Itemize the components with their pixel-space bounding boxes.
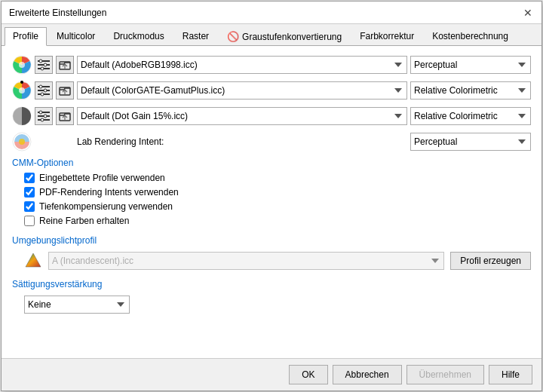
open-icon3 <box>58 109 72 123</box>
checkbox-tiefenkompensierung-input[interactable] <box>24 201 35 212</box>
svg-point-12 <box>20 81 23 84</box>
cmyk-icon <box>12 81 32 100</box>
saturation-section-title: Sättigungsverstärkung <box>12 279 531 289</box>
tab-multicolor[interactable]: Multicolor <box>48 27 103 45</box>
dialog-title: Erweiterte Einstellungen <box>9 8 106 18</box>
tab-bar: Profile Multicolor Druckmodus Raster 🚫 G… <box>2 24 541 46</box>
gray-open-btn[interactable] <box>56 107 74 125</box>
saturation-select[interactable]: Keine <box>24 296 130 314</box>
rgb-settings-btn[interactable] <box>35 56 53 74</box>
lab-intent-select[interactable]: Perceptual Relative Colorimetric Absolut… <box>410 133 531 151</box>
create-profile-button[interactable]: Profil erzeugen <box>450 252 531 270</box>
checkbox-embedded-input[interactable] <box>24 173 35 183</box>
dialog: Erweiterte Einstellungen ✕ Profile Multi… <box>1 1 542 391</box>
gray-profile-row: Default (Dot Gain 15%.icc) Relative Colo… <box>12 106 531 126</box>
cmyk-profile-row: Default (ColorGATE-GamutPlus.icc) Relati… <box>12 81 531 100</box>
open-icon <box>58 58 72 72</box>
rgb-profile-row: Default (AdobeRGB1998.icc) Perceptual Re… <box>12 55 531 75</box>
tab-graustufen[interactable]: 🚫 Graustufenkonvertierung <box>219 27 350 45</box>
settings-icon <box>37 58 51 72</box>
checkbox-reine-farben-input[interactable] <box>24 216 35 226</box>
tab-profile[interactable]: Profile <box>5 27 47 46</box>
close-button[interactable]: ✕ <box>522 7 534 19</box>
lab-icon <box>12 132 32 152</box>
ok-button[interactable]: OK <box>289 365 327 384</box>
cmyk-profile-select[interactable]: Default (ColorGATE-GamutPlus.icc) <box>77 81 407 100</box>
checkbox-pdf-rendering: PDF-Rendering Intents verwenden <box>24 187 531 198</box>
ambient-row: A (Incandescent).icc Profil erzeugen <box>24 252 531 270</box>
tab-raster[interactable]: Raster <box>174 27 217 45</box>
svg-point-16 <box>39 85 42 88</box>
svg-point-17 <box>44 89 47 92</box>
gray-icon <box>12 106 32 126</box>
rgb-profile-select[interactable]: Default (AdobeRGB1998.icc) <box>77 56 407 74</box>
checkbox-pdf-rendering-label: PDF-Rendering Intents verwenden <box>39 187 179 198</box>
svg-point-6 <box>44 63 47 66</box>
svg-point-7 <box>41 67 44 70</box>
checkbox-pdf-rendering-input[interactable] <box>24 187 35 198</box>
cmyk-open-btn[interactable] <box>56 81 74 100</box>
svg-point-18 <box>41 93 44 96</box>
footer: OK Abbrechen Übernehmen Hilfe <box>2 358 541 390</box>
lab-rendering-label: Lab Rendering Intent: <box>77 136 407 147</box>
gray-profile-select[interactable]: Default (Dot Gain 15%.icc) <box>77 107 407 125</box>
title-bar: Erweiterte Einstellungen ✕ <box>2 2 541 24</box>
svg-point-27 <box>41 118 44 121</box>
settings-icon3 <box>37 109 51 123</box>
tab-content: Default (AdobeRGB1998.icc) Perceptual Re… <box>2 46 541 358</box>
no-entry-icon: 🚫 <box>227 31 239 42</box>
tab-kostenberechnung[interactable]: Kostenberechnung <box>424 27 517 45</box>
checkbox-tiefenkompensierung-label: Tiefenkompensierung verwenden <box>39 201 173 212</box>
lab-profile-row: Lab Rendering Intent: Perceptual Relativ… <box>12 132 531 152</box>
svg-point-25 <box>39 111 42 114</box>
checkbox-reine-farben-label: Reine Farben erhalten <box>39 216 129 226</box>
ambient-profile-icon <box>24 252 42 270</box>
svg-point-11 <box>19 87 25 93</box>
rgb-intent-select[interactable]: Perceptual Relative Colorimetric Absolut… <box>410 56 531 74</box>
help-button[interactable]: Hilfe <box>489 365 532 384</box>
gray-settings-btn[interactable] <box>35 107 53 125</box>
cmm-section-title: CMM-Optionen <box>12 158 531 168</box>
svg-point-1 <box>19 62 25 68</box>
checkbox-tiefenkompensierung: Tiefenkompensierung verwenden <box>24 201 531 212</box>
gray-intent-select[interactable]: Relative Colorimetric Perceptual Absolut… <box>410 107 531 125</box>
apply-button[interactable]: Übernehmen <box>406 365 484 384</box>
svg-point-32 <box>19 139 25 145</box>
cmyk-intent-select[interactable]: Relative Colorimetric Perceptual Absolut… <box>410 81 531 100</box>
svg-marker-33 <box>26 253 41 267</box>
checkbox-embedded-label: Eingebettete Profile verwenden <box>39 173 165 183</box>
ambient-profile-select[interactable]: A (Incandescent).icc <box>48 252 444 270</box>
cmyk-settings-btn[interactable] <box>35 81 53 100</box>
settings-icon2 <box>37 84 51 97</box>
rgb-open-btn[interactable] <box>56 56 74 74</box>
tab-druckmodus[interactable]: Druckmodus <box>105 27 172 45</box>
checkbox-reine-farben: Reine Farben erhalten <box>24 216 531 226</box>
ambient-section-title: Umgebungslichtprofil <box>12 235 531 246</box>
svg-point-5 <box>39 60 42 63</box>
checkbox-embedded: Eingebettete Profile verwenden <box>24 173 531 183</box>
rgb-icon <box>12 55 32 75</box>
cancel-button[interactable]: Abbrechen <box>333 365 402 384</box>
tab-farbkorrektur[interactable]: Farbkorrektur <box>351 27 422 45</box>
svg-point-26 <box>44 115 47 118</box>
open-icon2 <box>58 84 72 97</box>
